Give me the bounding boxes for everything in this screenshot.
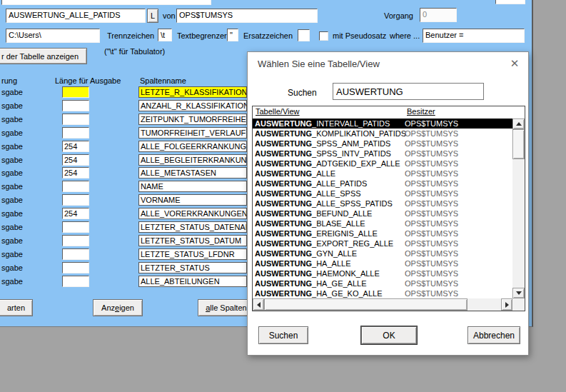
length-input[interactable] [62,248,89,260]
length-input[interactable] [62,262,89,273]
table-name: AUSWERTUNG_EXPORT_REG_ALLE [255,238,393,248]
starten-button[interactable]: arten [0,299,33,316]
column-name-box[interactable]: ZEITPUNKT_TUMORFREIHEIT [138,114,247,125]
table-list-item[interactable]: AUSWERTUNG_SPSS_ANM_PATIDSOPS$TUMSYS [253,139,512,149]
table-owner: OPS$TUMSYS [405,189,458,198]
table-owner: OPS$TUMSYS [405,218,458,228]
table-name: AUSWERTUNG_ALLE [255,169,335,179]
column-name-box[interactable]: ALLE_METASTASEN [138,167,247,179]
row-format-label: sgabe [1,101,23,110]
ok-button[interactable]: OK [361,326,417,344]
column-name-box[interactable]: VORNAME [138,194,247,206]
table-name: AUSWERTUNG_ADTGEKID_EXP_ALLE [255,159,400,169]
table-list-item[interactable]: AUSWERTUNG_ADTGEKID_EXP_ALLEOPS$TUMSYS [253,159,512,169]
table-list-item[interactable]: AUSWERTUNG_ALLE_PATIDSOPS$TUMSYS [253,179,512,189]
table-list-item[interactable]: AUSWERTUNG_BEFUND_ALLEOPS$TUMSYS [253,208,512,218]
column-name-box[interactable]: TUMORFREIHEIT_VERLAUF [138,127,247,139]
table-name: AUSWERTUNG_ALLE_SPSS_PATIDS [255,198,393,208]
table-owner: OPS$TUMSYS [405,169,458,179]
length-input[interactable] [62,86,89,98]
table-list-item[interactable]: AUSWERTUNG_EREIGNIS_ALLEOPS$TUMSYS [253,228,512,238]
table-name: AUSWERTUNG_HA_GE_ALLE [255,278,367,288]
row-format-label: sgabe [1,129,23,137]
row-format-label: sgabe [1,115,23,124]
table-list-item[interactable]: AUSWERTUNG_BLASE_ALLEOPS$TUMSYS [253,218,512,228]
table-owner: OPS$TUMSYS [405,139,458,149]
scroll-left-icon[interactable] [253,298,264,311]
column-name-box[interactable]: LETZTE_STATUS_LFDNR [138,248,247,260]
row-format-label: sgabe [1,209,23,218]
scroll-down-icon[interactable] [512,288,525,298]
scrollbar-corner [512,298,525,311]
search-input[interactable]: AUSWERTUNG [333,83,484,100]
table-name: AUSWERTUNG_KOMPLIKATION_PATIDS [255,129,406,139]
table-name: AUSWERTUNG_ALLE_PATIDS [255,179,367,189]
table-list-item[interactable]: AUSWERTUNG_HA_GE_KO_ALLEOPS$TUMSYS [253,288,512,298]
dialog-suchen-button[interactable]: Suchen [258,326,308,344]
table-owner: OPS$TUMSYS [405,208,458,218]
abbrechen-button[interactable]: Abbrechen [468,326,520,344]
anzeigen-button[interactable]: Anzeigen [93,299,143,316]
table-list-item[interactable]: AUSWERTUNG_KOMPLIKATION_PATIDSOPS$TUMSYS [253,129,512,139]
table-list-item[interactable]: AUSWERTUNG_EXPORT_REG_ALLEOPS$TUMSYS [253,238,512,248]
vertical-scrollbar[interactable] [512,119,525,298]
list-items: AUSWERTUNG_INTERVALL_PATIDSOPS$TUMSYSAUS… [253,119,512,298]
table-owner: OPS$TUMSYS [405,288,458,298]
table-list-item[interactable]: AUSWERTUNG_HA_GE_ALLEOPS$TUMSYS [253,278,512,288]
table-list-item[interactable]: AUSWERTUNG_SPSS_INTV_PATIDSOPS$TUMSYS [253,149,512,159]
length-input[interactable]: 254 [62,167,89,179]
table-list-item[interactable]: AUSWERTUNG_HA_ALLEOPS$TUMSYS [253,258,512,268]
column-name-box[interactable]: LETZTER_STATUS_DATUM [138,235,247,246]
length-input[interactable] [62,194,89,206]
table-owner: OPS$TUMSYS [405,238,458,248]
length-input[interactable] [62,127,89,139]
length-input[interactable] [62,100,89,111]
table-owner: OPS$TUMSYS [405,248,458,258]
column-name-box[interactable]: LETZTER_STATUS [138,262,247,273]
scroll-up-icon[interactable] [512,119,525,129]
table-list: Tabelle/View Besitzer AUSWERTUNG_INTERVA… [252,106,525,311]
length-input[interactable] [62,276,89,287]
table-name: AUSWERTUNG_ALLE_SPSS [255,189,361,198]
table-owner: OPS$TUMSYS [405,149,458,159]
table-name: AUSWERTUNG_INTERVALL_PATIDS [255,119,390,129]
table-list-item[interactable]: AUSWERTUNG_HAEMONK_ALLEOPS$TUMSYS [253,268,512,278]
length-input[interactable] [62,181,89,192]
column-name-box[interactable]: ALLE_BEGLEITERKRANKUNGEN [138,154,247,166]
column-name-box[interactable]: ALLE_FOLGEERKRANKUNGEN [138,141,247,152]
table-name: AUSWERTUNG_GYN_ALLE [255,248,357,258]
table-owner: OPS$TUMSYS [405,278,458,288]
length-input[interactable] [62,221,89,233]
row-format-label: sgabe [1,223,23,231]
length-input[interactable]: 254 [62,141,89,152]
row-format-label: sgabe [1,236,23,245]
horizontal-scrollbar[interactable] [253,298,512,311]
horizontal-scroll-thumb[interactable] [264,298,468,311]
vertical-scroll-thumb[interactable] [512,129,525,159]
table-owner: OPS$TUMSYS [405,228,458,238]
row-format-label: sgabe [1,169,23,177]
length-input[interactable] [62,114,89,125]
table-list-item[interactable]: AUSWERTUNG_INTERVALL_PATIDSOPS$TUMSYS [253,119,512,129]
column-name-box[interactable]: NAME [138,181,247,192]
column-name-box[interactable]: ALLE_VORERKRANKUNGEN [138,208,247,219]
table-name: AUSWERTUNG_BLASE_ALLE [255,218,365,228]
column-name-box[interactable]: LETZTER_STATUS_DATENART [138,221,247,233]
table-list-item[interactable]: AUSWERTUNG_GYN_ALLEOPS$TUMSYS [253,248,512,258]
column-name-box[interactable]: LETZTE_R_KLASSIFIKATION [138,86,247,98]
table-list-item[interactable]: AUSWERTUNG_ALLEOPS$TUMSYS [253,169,512,179]
table-name: AUSWERTUNG_BEFUND_ALLE [255,208,372,218]
row-format-label: sgabe [1,88,23,96]
scroll-right-icon[interactable] [501,298,512,311]
length-input[interactable]: 254 [62,208,89,219]
table-list-item[interactable]: AUSWERTUNG_ALLE_SPSSOPS$TUMSYS [253,189,512,198]
table-list-item[interactable]: AUSWERTUNG_ALLE_SPSS_PATIDSOPS$TUMSYS [253,198,512,208]
length-input[interactable]: 254 [62,154,89,166]
length-input[interactable] [62,235,89,246]
row-format-label: sgabe [1,156,23,164]
column-name-box[interactable]: ANZAHL_R_KLASSIFIKATIONEN [138,100,247,111]
column-name-box[interactable]: ALLE_ABTEILUNGEN [138,276,247,287]
table-select-dialog: Wählen Sie eine Tabelle/View ✕ Suchen AU… [247,51,529,356]
close-icon[interactable]: ✕ [507,56,522,71]
row-format-label: sgabe [1,142,23,151]
